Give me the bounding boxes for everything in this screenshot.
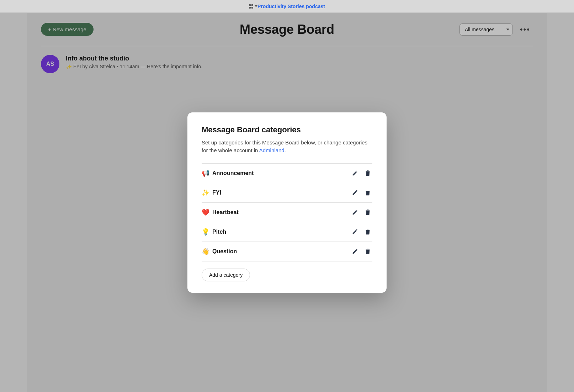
top-bar-link[interactable]: Productivity Stories podcast xyxy=(257,4,325,9)
category-row: 💡 Pitch xyxy=(202,222,372,242)
modal-description: Set up categories for this Message Board… xyxy=(202,139,372,155)
category-name: 👋 Question xyxy=(202,248,350,255)
category-actions xyxy=(350,208,372,217)
edit-category-button[interactable] xyxy=(350,247,360,256)
grid-dot xyxy=(249,7,251,9)
modal-desc-end: . xyxy=(285,147,286,153)
top-bar: Productivity Stories podcast xyxy=(0,0,574,13)
edit-category-button[interactable] xyxy=(350,169,360,178)
category-name: 💡 Pitch xyxy=(202,228,350,236)
category-emoji: 📢 xyxy=(202,169,209,177)
category-label: Question xyxy=(212,248,237,255)
category-row: 📢 Announcement xyxy=(202,164,372,183)
category-actions xyxy=(350,169,372,178)
modal-overlay: Message Board categories Set up categori… xyxy=(27,13,547,392)
delete-category-button[interactable] xyxy=(363,169,372,178)
category-row: ✨ FYI xyxy=(202,183,372,203)
delete-category-button[interactable] xyxy=(363,188,372,197)
category-name: ✨ FYI xyxy=(202,189,350,197)
category-actions xyxy=(350,188,372,197)
category-actions xyxy=(350,227,372,237)
grid-dot xyxy=(251,4,253,6)
chevron-down-icon xyxy=(255,5,257,7)
main-area: + New message Message Board All messages… xyxy=(27,13,547,392)
edit-category-button[interactable] xyxy=(350,188,360,197)
edit-category-button[interactable] xyxy=(350,208,360,217)
category-label: Heartbeat xyxy=(212,209,239,216)
category-name: 📢 Announcement xyxy=(202,169,350,177)
modal: Message Board categories Set up categori… xyxy=(187,112,387,293)
category-row: ❤️ Heartbeat xyxy=(202,203,372,222)
category-emoji: ❤️ xyxy=(202,208,209,216)
grid-dot xyxy=(251,7,253,9)
grid-dots-icon xyxy=(249,4,253,9)
edit-category-button[interactable] xyxy=(350,227,360,237)
delete-category-button[interactable] xyxy=(363,247,372,256)
modal-title: Message Board categories xyxy=(202,125,372,134)
category-name: ❤️ Heartbeat xyxy=(202,208,350,216)
category-label: FYI xyxy=(212,190,221,196)
category-emoji: ✨ xyxy=(202,189,209,197)
category-row: 👋 Question xyxy=(202,242,372,261)
category-label: Announcement xyxy=(212,170,254,176)
delete-category-button[interactable] xyxy=(363,227,372,237)
grid-icon-wrapper xyxy=(249,4,257,9)
category-list: 📢 Announcement ✨ FYI xyxy=(202,163,372,261)
add-category-button[interactable]: Add a category xyxy=(202,269,250,281)
category-label: Pitch xyxy=(212,229,226,235)
delete-category-button[interactable] xyxy=(363,208,372,217)
adminland-link[interactable]: Adminland xyxy=(259,147,285,153)
category-actions xyxy=(350,247,372,256)
category-emoji: 💡 xyxy=(202,228,209,236)
grid-dot xyxy=(249,4,251,6)
category-emoji: 👋 xyxy=(202,248,209,255)
